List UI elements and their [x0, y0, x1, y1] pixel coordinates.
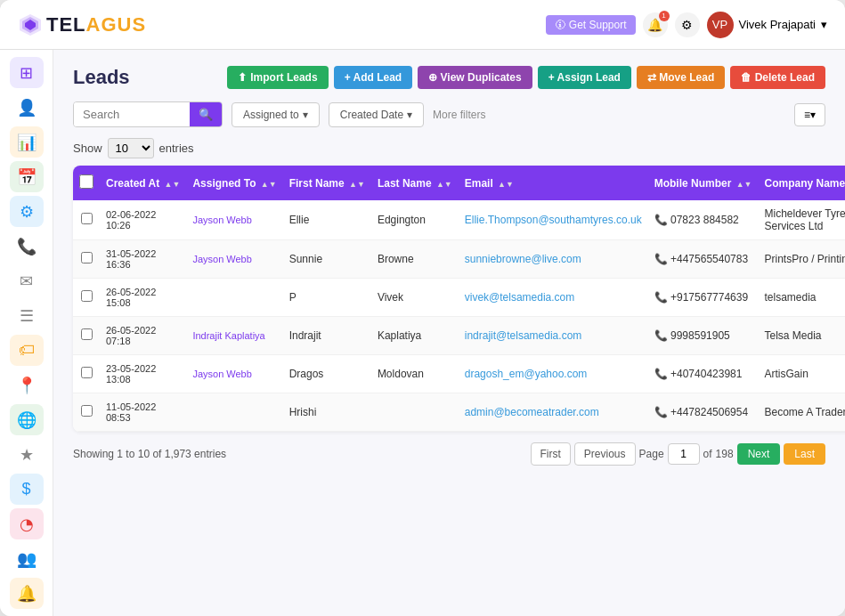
cell-first-name: Indrajit	[283, 317, 371, 355]
row-checkbox[interactable]	[81, 213, 93, 224]
cell-mobile: 📞 07823 884582	[648, 200, 759, 240]
cell-email: vivek@telsamedia.com	[459, 279, 648, 317]
logo-agus: AGUS	[86, 13, 147, 36]
cell-first-name: Dragos	[283, 355, 371, 393]
search-box: 🔍	[73, 101, 223, 127]
chevron-down-icon: ▾	[407, 109, 412, 121]
sidebar-item-bell[interactable]: 🔔	[10, 578, 44, 609]
logo: TELAGUS	[18, 12, 146, 37]
sidebar-item-globe[interactable]: 🌐	[10, 404, 44, 435]
row-checkbox[interactable]	[81, 405, 93, 417]
cell-mobile: 📞 +917567774639	[648, 279, 759, 317]
page-number-input[interactable]	[668, 443, 700, 465]
cell-company: PrintsPro / Printing	[759, 240, 845, 279]
cell-assigned-to: Indrajit Kaplatiya	[186, 317, 282, 355]
cell-mobile: 📞 +447565540783	[648, 240, 759, 279]
sidebar-item-home[interactable]: ⊞	[10, 57, 44, 88]
cell-first-name: Sunnie	[283, 240, 371, 279]
col-mobile: Mobile Number ▲▼	[648, 166, 759, 200]
sidebar-item-tag[interactable]: 🏷	[10, 335, 44, 366]
toolbar: 🔍 Assigned to ▾ Created Date ▾ More filt…	[73, 101, 825, 127]
sidebar-item-location[interactable]: 📍	[10, 369, 44, 401]
cell-email: admin@becomeatrader.com	[459, 393, 648, 432]
header-actions: ⬆ Import Leads + Add Lead ⊕ View Duplica…	[227, 66, 825, 89]
sidebar-item-calendar[interactable]: 📅	[10, 161, 44, 192]
row-checkbox[interactable]	[81, 252, 93, 263]
created-date-filter[interactable]: Created Date ▾	[329, 102, 424, 127]
table-row: 26-05-2022 15:08 P Vivek vivek@telsamedi…	[73, 279, 845, 317]
leads-table: Created At ▲▼ Assigned To ▲▼ First Name …	[73, 166, 845, 432]
row-checkbox[interactable]	[81, 328, 93, 340]
sidebar-item-pie[interactable]: ◔	[10, 508, 44, 539]
select-all-checkbox[interactable]	[79, 174, 93, 189]
import-leads-button[interactable]: ⬆ Import Leads	[227, 66, 328, 89]
assigned-to-filter[interactable]: Assigned to ▾	[232, 102, 320, 127]
cell-last-name: Browne	[371, 240, 459, 279]
sort-icon: ▲▼	[436, 180, 452, 189]
cell-assigned-to	[186, 393, 282, 432]
cell-created-at: 23-05-2022 13:08	[100, 355, 186, 393]
cell-created-at: 02-06-2022 10:26	[100, 200, 186, 240]
previous-page-button[interactable]: Previous	[574, 442, 636, 466]
sort-icon: ▲▼	[349, 180, 365, 189]
sidebar-item-dollar[interactable]: $	[10, 474, 44, 505]
cell-assigned-to: Jayson Webb	[186, 355, 282, 393]
sort-icon: ▲▼	[736, 180, 752, 189]
logo-icon	[18, 12, 43, 37]
showing-text: Showing 1 to 10 of 1,973 entries	[73, 448, 226, 460]
assign-lead-button[interactable]: + Assign Lead	[538, 66, 631, 89]
row-checkbox[interactable]	[81, 290, 93, 302]
more-filters-button[interactable]: More filters	[433, 109, 485, 121]
move-lead-button[interactable]: ⇄ Move Lead	[637, 66, 725, 89]
search-button[interactable]: 🔍	[190, 102, 222, 126]
cell-created-at: 11-05-2022 08:53	[100, 393, 186, 432]
first-page-button[interactable]: First	[531, 442, 571, 466]
sidebar-item-star[interactable]: ★	[10, 439, 44, 470]
entries-select[interactable]: 10 25 50 100	[108, 138, 154, 158]
sidebar-item-users[interactable]: 👤	[10, 92, 44, 123]
get-support-button[interactable]: 🛈 Get Support	[546, 15, 636, 35]
row-checkbox[interactable]	[81, 367, 93, 378]
user-menu[interactable]: VP Vivek Prajapati ▾	[707, 12, 827, 38]
cell-last-name	[371, 393, 459, 432]
cell-first-name: Ellie	[283, 200, 371, 240]
cell-mobile: 📞 9998591905	[648, 317, 759, 355]
table-row: 11-05-2022 08:53 Hrishi admin@becomeatra…	[73, 393, 845, 432]
last-page-button[interactable]: Last	[784, 443, 825, 465]
cell-assigned-to: Jayson Webb	[186, 240, 282, 279]
row-checkbox-cell	[73, 317, 100, 355]
cell-company: telsamedia	[759, 279, 845, 317]
table-row: 26-05-2022 07:18 Indrajit Kaplatiya Indr…	[73, 317, 845, 355]
sidebar-item-mail[interactable]: ✉	[10, 265, 44, 296]
settings-gear-button[interactable]: ⚙	[675, 12, 700, 37]
notification-bell-button[interactable]: 🔔 1	[643, 12, 668, 37]
row-checkbox-cell	[73, 393, 100, 432]
cell-email: sunniebrowne@live.com	[459, 240, 648, 279]
next-page-button[interactable]: Next	[737, 443, 781, 465]
cell-first-name: Hrishi	[283, 393, 371, 432]
sidebar-item-chart[interactable]: 📊	[10, 126, 44, 158]
sidebar-item-phone[interactable]: 📞	[10, 231, 44, 262]
row-checkbox-cell	[73, 355, 100, 393]
sidebar-item-person[interactable]: 👥	[10, 543, 44, 574]
col-first-name: First Name ▲▼	[283, 166, 371, 200]
row-checkbox-cell	[73, 279, 100, 317]
top-right-actions: 🛈 Get Support 🔔 1 ⚙ VP Vivek Prajapati ▾	[546, 12, 827, 38]
sidebar-item-list[interactable]: ☰	[10, 300, 44, 331]
cell-assigned-to: Jayson Webb	[186, 200, 282, 240]
add-lead-button[interactable]: + Add Lead	[334, 66, 413, 89]
page-title: Leads	[73, 66, 130, 89]
show-label: Show	[73, 142, 102, 155]
cell-first-name: P	[283, 279, 371, 317]
search-input[interactable]	[74, 102, 190, 126]
cell-email: dragosh_em@yahoo.com	[459, 355, 648, 393]
sidebar-item-settings[interactable]: ⚙	[10, 196, 44, 227]
user-name: Vivek Prajapati	[739, 18, 816, 31]
pagination: First Previous Page of 198 Next Last	[531, 442, 825, 466]
col-email: Email ▲▼	[459, 166, 648, 200]
cell-company: ArtisGain	[759, 355, 845, 393]
view-toggle-button[interactable]: ≡▾	[794, 103, 825, 126]
main-content: Leads ⬆ Import Leads + Add Lead ⊕ View D…	[53, 50, 845, 616]
view-duplicates-button[interactable]: ⊕ View Duplicates	[418, 66, 532, 89]
delete-lead-button[interactable]: 🗑 Delete Lead	[730, 66, 825, 89]
